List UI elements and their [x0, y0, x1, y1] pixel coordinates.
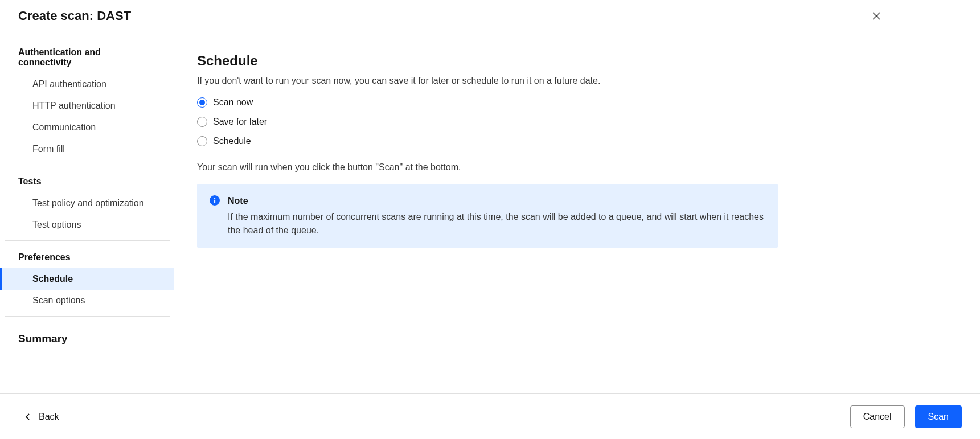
- back-label: Back: [39, 412, 59, 422]
- back-button[interactable]: Back: [18, 407, 66, 426]
- page-heading: Schedule: [197, 53, 957, 69]
- sidebar-group-preferences: Preferences Schedule Scan options: [5, 241, 170, 317]
- radio-label: Scan now: [213, 97, 253, 108]
- sidebar-item-label: API authentication: [32, 79, 106, 89]
- footer-actions: Cancel Scan: [850, 405, 962, 428]
- radio-indicator: [197, 117, 207, 127]
- sidebar-item-label: Test policy and optimization: [32, 198, 144, 208]
- svg-rect-3: [214, 200, 215, 203]
- dialog-header: Create scan: DAST: [0, 0, 980, 32]
- sidebar-item-api-authentication[interactable]: API authentication: [0, 73, 174, 95]
- svg-rect-4: [214, 198, 215, 199]
- sidebar-group-title: Authentication and connectivity: [5, 40, 170, 73]
- radio-option-schedule[interactable]: Schedule: [197, 136, 957, 146]
- sidebar-group-title: Tests: [5, 170, 170, 192]
- sidebar-item-communication[interactable]: Communication: [0, 117, 174, 138]
- dialog-footer: Back Cancel Scan: [0, 393, 980, 439]
- run-info-text: Your scan will run when you click the bu…: [197, 162, 957, 173]
- sidebar-item-test-policy[interactable]: Test policy and optimization: [0, 192, 174, 214]
- sidebar-item-scan-options[interactable]: Scan options: [0, 290, 174, 311]
- dialog-body: Authentication and connectivity API auth…: [0, 32, 980, 393]
- sidebar-nav: Authentication and connectivity API auth…: [0, 32, 174, 393]
- sidebar-group-tests: Tests Test policy and optimization Test …: [5, 165, 170, 241]
- radio-label: Save for later: [213, 117, 267, 127]
- page-description: If you don't want to run your scan now, …: [197, 76, 957, 86]
- schedule-radio-group: Scan now Save for later Schedule: [197, 97, 957, 146]
- info-icon: [210, 195, 220, 206]
- note-body: If the maximum number of concurrent scan…: [228, 210, 765, 237]
- sidebar-item-label: HTTP authentication: [32, 101, 116, 110]
- note-content: Note If the maximum number of concurrent…: [228, 194, 765, 237]
- scan-button[interactable]: Scan: [915, 405, 962, 428]
- sidebar-group-title: Preferences: [5, 245, 170, 268]
- note-title: Note: [228, 194, 765, 208]
- info-note: Note If the maximum number of concurrent…: [197, 184, 778, 248]
- sidebar-item-label: Scan options: [32, 296, 85, 305]
- sidebar-item-label: Communication: [32, 122, 96, 132]
- chevron-left-icon: [25, 413, 31, 421]
- sidebar-group-auth: Authentication and connectivity API auth…: [5, 36, 170, 165]
- sidebar-item-test-options[interactable]: Test options: [0, 214, 174, 236]
- sidebar-item-http-authentication[interactable]: HTTP authentication: [0, 95, 174, 117]
- sidebar-scroll: Authentication and connectivity API auth…: [0, 36, 174, 393]
- radio-option-save-for-later[interactable]: Save for later: [197, 117, 957, 127]
- sidebar-item-schedule[interactable]: Schedule: [0, 268, 174, 290]
- main-content: Schedule If you don't want to run your s…: [174, 32, 980, 393]
- sidebar-item-form-fill[interactable]: Form fill: [0, 138, 174, 160]
- sidebar-summary[interactable]: Summary: [5, 317, 170, 352]
- dialog-title: Create scan: DAST: [18, 9, 131, 23]
- radio-option-scan-now[interactable]: Scan now: [197, 97, 957, 108]
- sidebar-item-label: Test options: [32, 220, 81, 229]
- cancel-button[interactable]: Cancel: [850, 405, 905, 428]
- radio-indicator: [197, 136, 207, 146]
- sidebar-item-label: Form fill: [32, 144, 65, 154]
- radio-label: Schedule: [213, 136, 251, 146]
- radio-indicator: [197, 97, 207, 108]
- close-icon: [872, 11, 881, 20]
- close-button[interactable]: [871, 10, 882, 22]
- sidebar-item-label: Schedule: [32, 274, 73, 284]
